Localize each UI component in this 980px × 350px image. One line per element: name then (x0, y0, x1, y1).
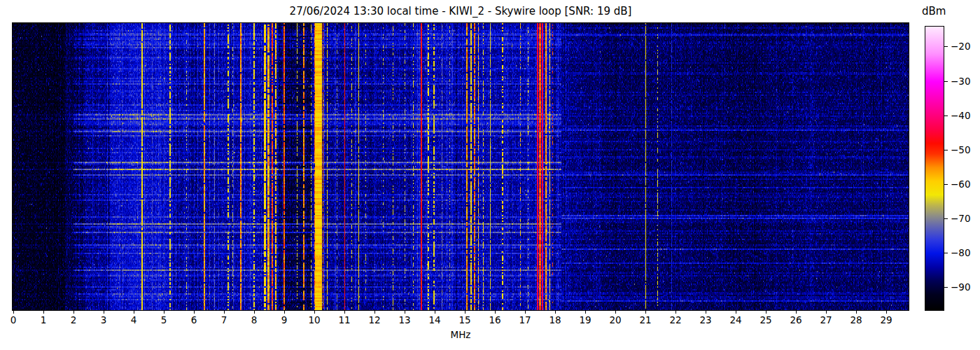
x-tick-label: 13 (393, 314, 416, 326)
x-tick-mark (284, 311, 285, 314)
colorbar-tick-label: −50 (951, 144, 971, 155)
colorbar-tick-label: −60 (951, 178, 971, 190)
colorbar-tick-mark (944, 184, 948, 185)
x-tick-label: 12 (363, 314, 386, 326)
x-tick-label: 5 (152, 314, 176, 326)
x-tick-mark (224, 311, 225, 314)
colorbar-tick-label: −30 (951, 76, 971, 87)
spectrogram-figure: 27/06/2024 13:30 local time - KIWI_2 - S… (0, 0, 980, 350)
colorbar-tick-mark (944, 150, 948, 150)
colorbar-unit-label: dBm (922, 5, 946, 18)
x-tick-mark (314, 311, 315, 314)
x-tick-label: 4 (122, 314, 146, 326)
x-tick-label: 22 (664, 314, 687, 326)
x-tick-label: 11 (332, 314, 356, 326)
waterfall-canvas (12, 22, 909, 311)
x-tick-label: 17 (513, 314, 537, 326)
x-tick-mark (856, 311, 857, 314)
x-tick-mark (585, 311, 586, 314)
x-tick-label: 25 (754, 314, 778, 326)
x-tick-mark (374, 311, 375, 314)
colorbar-tick-mark (944, 218, 948, 219)
x-tick-label: 6 (182, 314, 206, 326)
x-tick-label: 19 (573, 314, 597, 326)
x-tick-mark (254, 311, 255, 314)
x-tick-label: 14 (423, 314, 447, 326)
x-tick-mark (104, 311, 104, 314)
x-tick-mark (43, 311, 44, 314)
x-tick-label: 26 (784, 314, 808, 326)
colorbar-tick-mark (944, 81, 948, 82)
x-tick-label: 1 (31, 314, 55, 326)
x-tick-mark (495, 311, 496, 314)
colorbar-tick-mark (944, 287, 948, 288)
colorbar-tick-mark (944, 253, 948, 253)
x-tick-mark (134, 311, 134, 314)
colorbar (925, 26, 944, 311)
colorbar-tick-label: −90 (951, 281, 971, 293)
x-tick-mark (164, 311, 164, 314)
x-tick-label: 16 (483, 314, 507, 326)
x-tick-mark (74, 311, 74, 314)
x-tick-label: 10 (302, 314, 326, 326)
x-tick-mark (194, 311, 195, 314)
x-tick-mark (676, 311, 676, 314)
colorbar-tick-mark (944, 46, 948, 47)
x-tick-mark (796, 311, 797, 314)
x-tick-label: 2 (62, 314, 85, 326)
plot-title: 27/06/2024 13:30 local time - KIWI_2 - S… (13, 5, 909, 18)
x-tick-label: 29 (874, 314, 898, 326)
x-tick-label: 21 (634, 314, 657, 326)
x-tick-label: 0 (1, 314, 25, 326)
x-tick-mark (886, 311, 887, 314)
colorbar-tick-label: −70 (951, 213, 971, 224)
x-axis-unit-label: MHz (13, 329, 909, 340)
x-tick-label: 20 (603, 314, 627, 326)
x-tick-label: 28 (844, 314, 868, 326)
x-tick-mark (766, 311, 766, 314)
x-tick-label: 27 (814, 314, 838, 326)
x-tick-mark (706, 311, 706, 314)
x-tick-label: 23 (694, 314, 718, 326)
x-tick-mark (405, 311, 405, 314)
colorbar-tick-mark (944, 115, 948, 116)
x-tick-label: 24 (724, 314, 748, 326)
x-tick-mark (465, 311, 465, 314)
x-tick-mark (13, 311, 14, 314)
x-tick-mark (736, 311, 736, 314)
x-tick-mark (555, 311, 556, 314)
x-tick-mark (645, 311, 646, 314)
colorbar-tick-label: −80 (951, 247, 971, 258)
x-tick-label: 3 (92, 314, 115, 326)
x-tick-label: 15 (453, 314, 477, 326)
x-tick-mark (826, 311, 827, 314)
x-tick-mark (615, 311, 616, 314)
colorbar-tick-label: −20 (951, 41, 971, 52)
x-tick-label: 18 (543, 314, 567, 326)
x-tick-mark (344, 311, 345, 314)
colorbar-tick-label: −40 (951, 110, 971, 121)
x-tick-mark (435, 311, 435, 314)
x-tick-label: 9 (272, 314, 296, 326)
x-tick-label: 8 (242, 314, 266, 326)
x-tick-label: 7 (212, 314, 236, 326)
x-tick-mark (525, 311, 526, 314)
